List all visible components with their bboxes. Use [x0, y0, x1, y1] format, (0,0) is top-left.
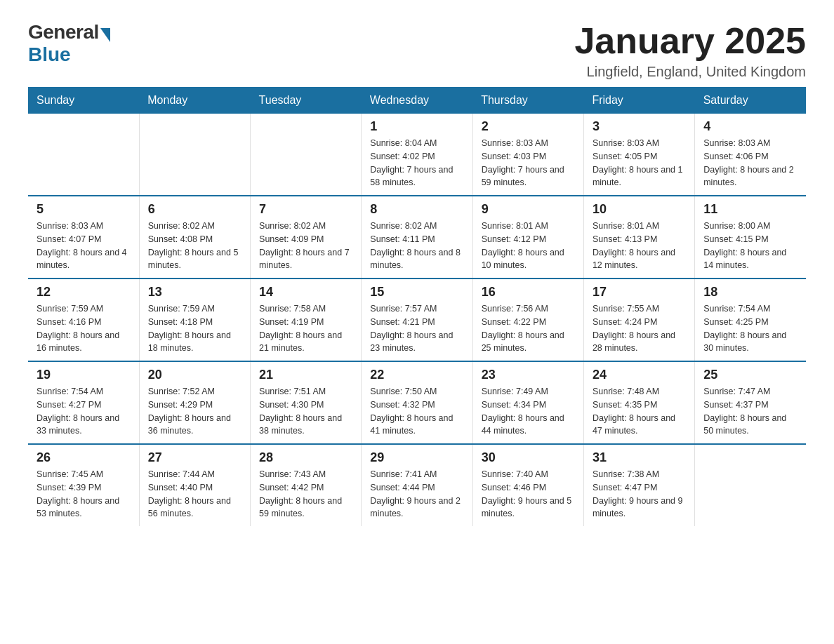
calendar-cell: 21Sunrise: 7:51 AM Sunset: 4:30 PM Dayli…	[251, 361, 362, 444]
day-info: Sunrise: 7:49 AM Sunset: 4:34 PM Dayligh…	[482, 385, 575, 438]
day-header-friday: Friday	[583, 87, 694, 114]
day-info: Sunrise: 7:59 AM Sunset: 4:16 PM Dayligh…	[37, 302, 131, 355]
day-info: Sunrise: 8:03 AM Sunset: 4:03 PM Dayligh…	[482, 137, 575, 189]
day-number: 11	[703, 202, 797, 217]
calendar-cell: 19Sunrise: 7:54 AM Sunset: 4:27 PM Dayli…	[28, 361, 139, 444]
day-header-thursday: Thursday	[472, 87, 583, 114]
day-info: Sunrise: 8:03 AM Sunset: 4:06 PM Dayligh…	[703, 137, 797, 189]
day-info: Sunrise: 8:02 AM Sunset: 4:08 PM Dayligh…	[148, 220, 241, 272]
calendar-week-2: 5Sunrise: 8:03 AM Sunset: 4:07 PM Daylig…	[28, 196, 806, 279]
logo-arrow-icon	[100, 28, 110, 42]
day-info: Sunrise: 7:56 AM Sunset: 4:22 PM Dayligh…	[482, 302, 575, 355]
logo: General Blue	[28, 21, 110, 66]
day-info: Sunrise: 8:02 AM Sunset: 4:09 PM Dayligh…	[259, 220, 352, 272]
calendar-cell: 29Sunrise: 7:41 AM Sunset: 4:44 PM Dayli…	[362, 444, 472, 526]
calendar-cell: 7Sunrise: 8:02 AM Sunset: 4:09 PM Daylig…	[251, 196, 362, 279]
day-number: 15	[370, 285, 463, 300]
calendar-cell: 10Sunrise: 8:01 AM Sunset: 4:13 PM Dayli…	[583, 196, 694, 279]
day-number: 4	[703, 119, 797, 134]
day-number: 21	[259, 368, 352, 382]
day-number: 10	[593, 202, 686, 217]
day-number: 7	[259, 202, 352, 217]
day-info: Sunrise: 7:41 AM Sunset: 4:44 PM Dayligh…	[370, 468, 463, 521]
day-number: 6	[148, 202, 241, 217]
day-number: 29	[370, 450, 463, 465]
calendar-cell: 22Sunrise: 7:50 AM Sunset: 4:32 PM Dayli…	[362, 361, 472, 444]
day-number: 25	[703, 368, 797, 382]
day-number: 18	[703, 285, 797, 300]
day-info: Sunrise: 7:55 AM Sunset: 4:24 PM Dayligh…	[593, 302, 686, 355]
calendar-cell: 31Sunrise: 7:38 AM Sunset: 4:47 PM Dayli…	[583, 444, 694, 526]
day-number: 16	[482, 285, 575, 300]
calendar-cell: 1Sunrise: 8:04 AM Sunset: 4:02 PM Daylig…	[362, 114, 472, 196]
calendar-cell: 28Sunrise: 7:43 AM Sunset: 4:42 PM Dayli…	[251, 444, 362, 526]
calendar-cell: 9Sunrise: 8:01 AM Sunset: 4:12 PM Daylig…	[472, 196, 583, 279]
calendar-cell: 14Sunrise: 7:58 AM Sunset: 4:19 PM Dayli…	[251, 279, 362, 361]
day-info: Sunrise: 8:01 AM Sunset: 4:13 PM Dayligh…	[593, 220, 686, 272]
calendar-cell: 13Sunrise: 7:59 AM Sunset: 4:18 PM Dayli…	[139, 279, 250, 361]
calendar-cell: 30Sunrise: 7:40 AM Sunset: 4:46 PM Dayli…	[472, 444, 583, 526]
day-number: 22	[370, 368, 463, 382]
day-info: Sunrise: 7:58 AM Sunset: 4:19 PM Dayligh…	[259, 302, 352, 355]
day-header-saturday: Saturday	[695, 87, 806, 114]
calendar-week-1: 1Sunrise: 8:04 AM Sunset: 4:02 PM Daylig…	[28, 114, 806, 196]
day-info: Sunrise: 7:50 AM Sunset: 4:32 PM Dayligh…	[370, 385, 463, 438]
day-info: Sunrise: 8:02 AM Sunset: 4:11 PM Dayligh…	[370, 220, 463, 272]
day-info: Sunrise: 8:00 AM Sunset: 4:15 PM Dayligh…	[703, 220, 797, 272]
day-number: 27	[148, 450, 241, 465]
day-number: 26	[37, 450, 131, 465]
day-header-tuesday: Tuesday	[251, 87, 362, 114]
day-info: Sunrise: 8:03 AM Sunset: 4:07 PM Dayligh…	[37, 220, 131, 272]
day-info: Sunrise: 7:54 AM Sunset: 4:27 PM Dayligh…	[37, 385, 131, 438]
calendar-cell: 12Sunrise: 7:59 AM Sunset: 4:16 PM Dayli…	[28, 279, 139, 361]
logo-general-text: General	[28, 21, 99, 43]
day-number: 1	[370, 119, 463, 134]
calendar-cell: 25Sunrise: 7:47 AM Sunset: 4:37 PM Dayli…	[695, 361, 806, 444]
day-number: 30	[482, 450, 575, 465]
logo-blue-text: Blue	[28, 43, 71, 66]
calendar-cell	[28, 114, 139, 196]
calendar-cell: 15Sunrise: 7:57 AM Sunset: 4:21 PM Dayli…	[362, 279, 472, 361]
day-number: 19	[37, 368, 131, 382]
day-info: Sunrise: 8:01 AM Sunset: 4:12 PM Dayligh…	[482, 220, 575, 272]
day-number: 20	[148, 368, 241, 382]
day-info: Sunrise: 7:45 AM Sunset: 4:39 PM Dayligh…	[37, 468, 131, 521]
calendar-cell: 20Sunrise: 7:52 AM Sunset: 4:29 PM Dayli…	[139, 361, 250, 444]
day-info: Sunrise: 7:48 AM Sunset: 4:35 PM Dayligh…	[593, 385, 686, 438]
calendar-header-row: SundayMondayTuesdayWednesdayThursdayFrid…	[28, 87, 806, 114]
calendar-cell	[695, 444, 806, 526]
calendar-cell: 8Sunrise: 8:02 AM Sunset: 4:11 PM Daylig…	[362, 196, 472, 279]
calendar-cell: 23Sunrise: 7:49 AM Sunset: 4:34 PM Dayli…	[472, 361, 583, 444]
day-header-sunday: Sunday	[28, 87, 139, 114]
calendar-cell: 26Sunrise: 7:45 AM Sunset: 4:39 PM Dayli…	[28, 444, 139, 526]
month-title: January 2025	[574, 21, 806, 61]
calendar-week-3: 12Sunrise: 7:59 AM Sunset: 4:16 PM Dayli…	[28, 279, 806, 361]
calendar-week-5: 26Sunrise: 7:45 AM Sunset: 4:39 PM Dayli…	[28, 444, 806, 526]
calendar-cell: 2Sunrise: 8:03 AM Sunset: 4:03 PM Daylig…	[472, 114, 583, 196]
calendar-cell: 11Sunrise: 8:00 AM Sunset: 4:15 PM Dayli…	[695, 196, 806, 279]
day-number: 8	[370, 202, 463, 217]
day-number: 3	[593, 119, 686, 134]
page-header: General Blue January 2025 Lingfield, Eng…	[28, 21, 806, 80]
location-text: Lingfield, England, United Kingdom	[574, 64, 806, 80]
day-number: 13	[148, 285, 241, 300]
calendar-cell: 17Sunrise: 7:55 AM Sunset: 4:24 PM Dayli…	[583, 279, 694, 361]
day-number: 17	[593, 285, 686, 300]
day-number: 12	[37, 285, 131, 300]
calendar-cell: 27Sunrise: 7:44 AM Sunset: 4:40 PM Dayli…	[139, 444, 250, 526]
day-number: 23	[482, 368, 575, 382]
day-info: Sunrise: 7:59 AM Sunset: 4:18 PM Dayligh…	[148, 302, 241, 355]
day-info: Sunrise: 7:57 AM Sunset: 4:21 PM Dayligh…	[370, 302, 463, 355]
calendar-cell	[251, 114, 362, 196]
calendar-cell: 3Sunrise: 8:03 AM Sunset: 4:05 PM Daylig…	[583, 114, 694, 196]
day-header-monday: Monday	[139, 87, 250, 114]
calendar-week-4: 19Sunrise: 7:54 AM Sunset: 4:27 PM Dayli…	[28, 361, 806, 444]
calendar-cell: 6Sunrise: 8:02 AM Sunset: 4:08 PM Daylig…	[139, 196, 250, 279]
day-info: Sunrise: 7:40 AM Sunset: 4:46 PM Dayligh…	[482, 468, 575, 521]
day-header-wednesday: Wednesday	[362, 87, 472, 114]
day-info: Sunrise: 8:03 AM Sunset: 4:05 PM Dayligh…	[593, 137, 686, 189]
day-number: 14	[259, 285, 352, 300]
calendar-cell: 4Sunrise: 8:03 AM Sunset: 4:06 PM Daylig…	[695, 114, 806, 196]
calendar-cell: 5Sunrise: 8:03 AM Sunset: 4:07 PM Daylig…	[28, 196, 139, 279]
title-section: January 2025 Lingfield, England, United …	[574, 21, 806, 80]
